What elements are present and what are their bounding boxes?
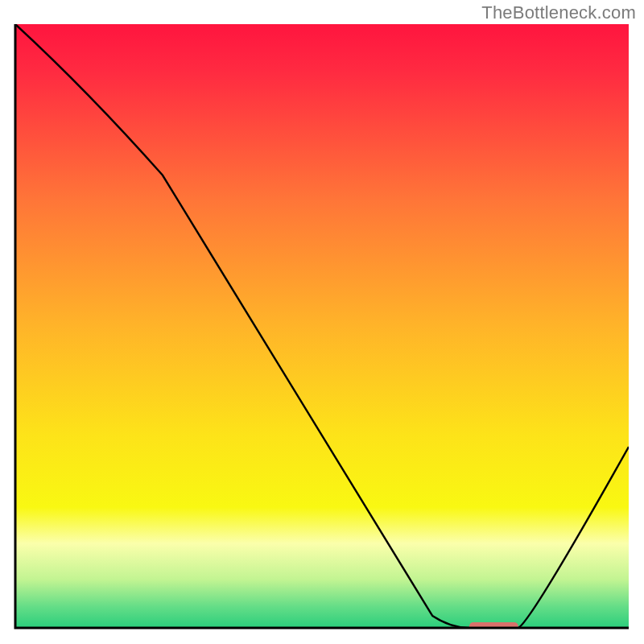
chart-stage: TheBottleneck.com xyxy=(0,0,644,644)
watermark-text: TheBottleneck.com xyxy=(481,2,636,23)
bottleneck-chart xyxy=(0,0,644,644)
